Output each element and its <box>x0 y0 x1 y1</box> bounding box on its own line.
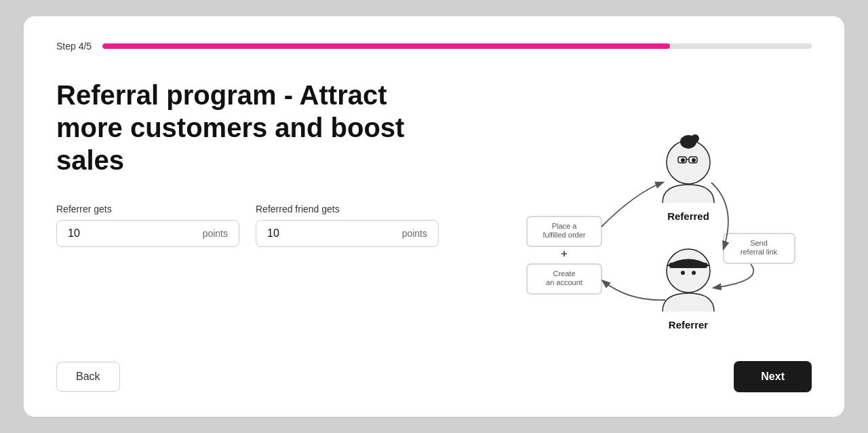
svg-point-19 <box>667 249 710 293</box>
fields-row: Referrer gets points Referred friend get… <box>56 204 486 247</box>
referrer-suffix: points <box>203 228 228 239</box>
progress-bar-fill <box>102 43 670 49</box>
progress-bar-background <box>102 43 812 49</box>
wizard-card: Step 4/5 Referral program - Attract more… <box>24 16 844 417</box>
referrer-field-group: Referrer gets points <box>56 204 239 247</box>
svg-text:Referrer: Referrer <box>669 319 709 328</box>
svg-text:Place a: Place a <box>552 222 578 230</box>
svg-text:an account: an account <box>546 278 583 286</box>
svg-point-22 <box>692 271 696 275</box>
main-content: Referral program - Attract more customer… <box>56 79 812 334</box>
svg-text:Send: Send <box>750 239 768 247</box>
referrer-label: Referrer gets <box>56 204 239 214</box>
svg-point-14 <box>692 158 696 162</box>
svg-text:+: + <box>561 248 567 259</box>
referred-friend-suffix: points <box>402 228 427 239</box>
step-label: Step 4/5 <box>56 41 92 52</box>
svg-point-13 <box>681 158 685 162</box>
page-title: Referral program - Attract more customer… <box>56 79 436 176</box>
svg-point-12 <box>691 134 699 143</box>
referred-friend-label: Referred friend gets <box>256 204 439 214</box>
referral-diagram: Send referral link Place a fulfilled ord… <box>513 79 812 334</box>
left-section: Referral program - Attract more customer… <box>56 79 486 334</box>
svg-rect-20 <box>669 263 707 268</box>
back-button[interactable]: Back <box>56 362 120 392</box>
next-button[interactable]: Next <box>734 361 812 392</box>
svg-text:fulfilled order: fulfilled order <box>543 231 586 239</box>
referred-friend-input-wrapper[interactable]: points <box>256 220 439 247</box>
step-header: Step 4/5 <box>56 41 812 52</box>
referrer-points-input[interactable] <box>68 227 197 240</box>
svg-text:Create: Create <box>553 269 575 278</box>
svg-text:Referred: Referred <box>667 210 709 222</box>
svg-text:referral link: referral link <box>741 248 778 256</box>
footer: Back Next <box>56 361 812 392</box>
referrer-input-wrapper[interactable]: points <box>56 220 239 247</box>
referred-friend-field-group: Referred friend gets points <box>256 204 439 247</box>
referred-friend-points-input[interactable] <box>267 227 397 240</box>
svg-point-21 <box>681 271 685 275</box>
